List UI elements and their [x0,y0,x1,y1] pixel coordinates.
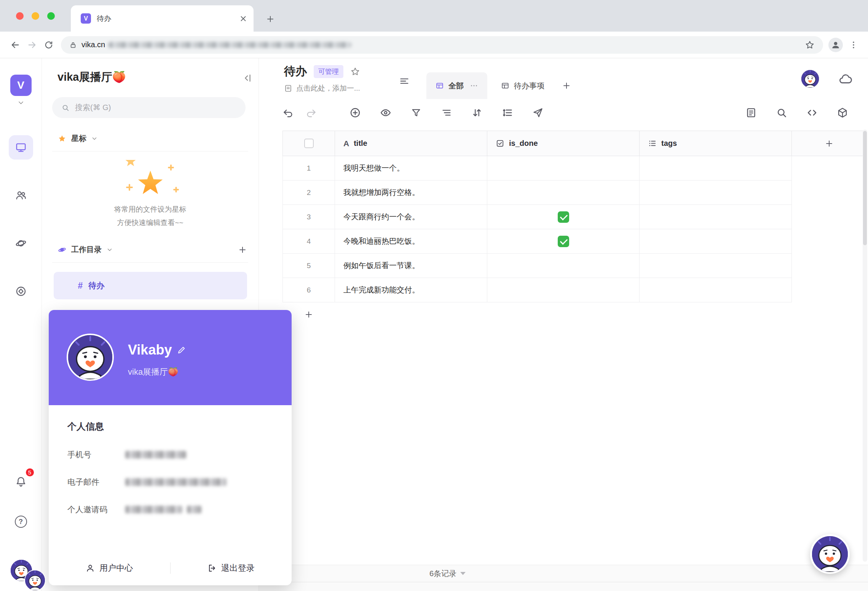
rail-workbench-icon[interactable] [9,135,33,160]
cell-tags[interactable] [640,229,792,254]
horizontal-scroll-track[interactable] [259,582,868,582]
datasheet-description[interactable]: 点击此处，添加一... [284,83,360,93]
sync-status-icon[interactable] [838,72,853,86]
sort-icon[interactable] [471,106,483,119]
datasheet-title[interactable]: 待办 [284,64,307,79]
search-icon[interactable] [775,106,788,119]
redo-icon[interactable] [305,106,318,119]
url-field[interactable]: vika.cn [61,36,823,54]
logout-button[interactable]: 退出登录 [171,562,292,574]
record-count[interactable]: 6条记录 [429,565,466,582]
cell-title[interactable]: 今晚和迪丽热巴吃饭。 [335,229,487,254]
form-view-icon[interactable] [745,106,758,119]
widget-icon[interactable] [836,106,849,119]
tab-close-icon[interactable] [239,14,247,23]
datasheet-header: 待办 可管理 点击此处，添加一... [259,58,868,99]
row-height-icon[interactable] [501,106,514,119]
row-select-cell[interactable]: 2 [282,180,335,205]
view-list-icon[interactable] [399,76,410,86]
add-view-icon[interactable] [562,72,571,99]
cell-title[interactable]: 上午完成新功能交付。 [335,278,487,302]
cell-is-done[interactable] [487,229,640,254]
row-select-cell[interactable]: 5 [282,254,335,278]
profile-field-phone: 手机号 [67,449,292,460]
forward-icon[interactable] [24,37,40,53]
collapse-sidebar-icon[interactable] [242,73,252,83]
add-node-icon[interactable] [238,245,247,254]
cell-tags[interactable] [640,254,792,278]
back-icon[interactable] [7,37,24,53]
group-icon[interactable] [440,106,453,119]
rail-notifications-icon[interactable]: 5 [9,469,33,494]
new-tab-button[interactable] [263,11,278,27]
undo-icon[interactable] [282,106,295,119]
search-placeholder: 搜索(⌘ G) [75,102,111,113]
window-minimize-button[interactable] [32,12,39,20]
cell-tags[interactable] [640,278,792,302]
cell-is-done[interactable] [487,205,640,229]
vika-favicon-icon: V [81,13,91,24]
favorite-star-icon[interactable] [350,67,360,77]
vikaby-assistant-button[interactable] [810,534,850,574]
rail-help-icon[interactable]: ? [9,510,33,534]
api-icon[interactable] [806,106,819,119]
row-number: 4 [307,237,311,246]
cell-title[interactable]: 我就想增加两行空格。 [335,180,487,205]
workspace-logo[interactable]: V [10,75,32,96]
rail-user-avatar-overlap[interactable] [24,570,46,591]
cell-is-done[interactable] [487,254,640,278]
share-view-icon[interactable] [531,106,544,119]
user-center-button[interactable]: 用户中心 [49,562,170,574]
sidebar-item-datasheet-active[interactable]: # 待办 [54,272,247,299]
filter-icon[interactable] [410,106,423,119]
cell-is-done[interactable] [487,156,640,180]
masked-value [125,478,227,486]
select-all-checkbox[interactable] [304,139,314,148]
hide-fields-icon[interactable] [379,106,392,119]
view-tab-all[interactable]: 全部 [426,72,487,99]
search-input[interactable]: 搜索(⌘ G) [52,97,246,118]
view-more-icon[interactable] [470,81,478,90]
workspace-switcher-chevron-icon[interactable] [17,99,25,107]
cell-title[interactable]: 我明天想做一个。 [335,156,487,180]
column-header-tags[interactable]: tags [640,131,792,156]
browser-tab[interactable]: V 待办 [71,5,254,32]
scrollbar-thumb[interactable] [863,131,867,245]
row-select-cell[interactable]: 4 [282,229,335,254]
directory-section-header[interactable]: 工作目录 [58,244,247,255]
vertical-scrollbar[interactable] [863,129,867,562]
cell-tags[interactable] [640,205,792,229]
logout-icon [207,564,217,573]
cell-title[interactable]: 今天跟商行约一个会。 [335,205,487,229]
rail-template-icon[interactable] [9,279,33,303]
window-close-button[interactable] [16,12,24,20]
cell-title[interactable]: 例如午饭后看一节课。 [335,254,487,278]
browser-profile-avatar[interactable] [828,38,843,52]
cell-is-done[interactable] [487,278,640,302]
edit-name-icon[interactable] [177,345,186,355]
collaborator-avatar[interactable] [801,70,819,88]
cell-tags[interactable] [640,180,792,205]
column-header-title[interactable]: A title [335,131,487,156]
starred-section-header[interactable]: 星标 [58,133,247,144]
browser-menu-icon[interactable] [846,37,861,53]
row-select-cell[interactable]: 3 [282,205,335,229]
row-select-cell[interactable]: 6 [282,278,335,302]
user-avatar[interactable] [67,334,114,381]
bookmark-star-icon[interactable] [805,40,815,50]
rail-contacts-icon[interactable] [9,183,33,208]
reload-icon[interactable] [40,37,57,53]
add-field-button[interactable] [792,131,866,156]
view-tab-label: 全部 [448,81,464,91]
chevron-down-icon [106,246,113,253]
cell-tags[interactable] [640,156,792,180]
table-row: 1 我明天想做一个。 [282,156,866,180]
cell-is-done[interactable] [487,180,640,205]
rail-explore-icon[interactable] [9,231,33,256]
window-zoom-button[interactable] [47,12,55,20]
user-name: Vikaby [128,342,172,358]
column-header-is-done[interactable]: is_done [487,131,640,156]
view-tab-todo[interactable]: 待办事项 [497,72,548,99]
row-select-cell[interactable]: 1 [282,156,335,180]
insert-record-icon[interactable] [349,106,362,119]
